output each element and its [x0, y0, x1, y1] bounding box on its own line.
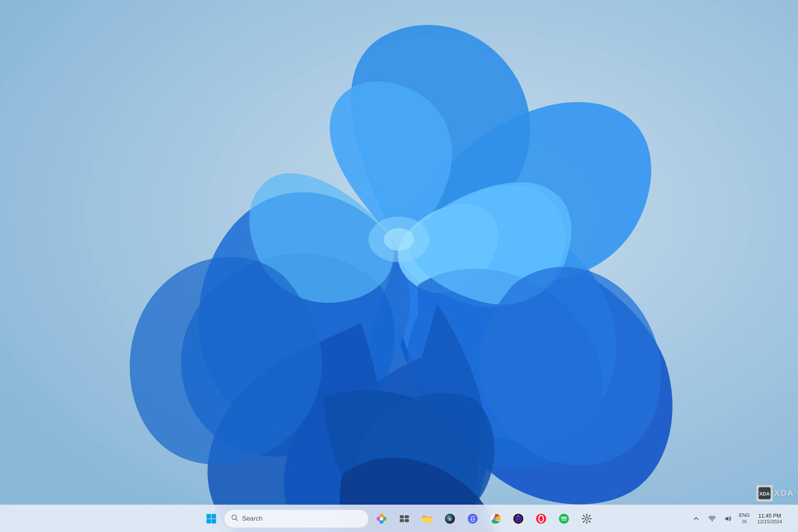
- language-button[interactable]: ENG IN: [737, 509, 752, 529]
- xda-brand-text: XDA: [774, 488, 794, 498]
- search-bar[interactable]: Search: [224, 510, 369, 528]
- xda-watermark: XDA XDA: [756, 485, 794, 502]
- search-icon: [231, 514, 238, 523]
- steam-button[interactable]: ♨: [440, 509, 460, 529]
- desktop: Search: [0, 0, 798, 532]
- spotify-icon: [558, 513, 570, 524]
- network-button[interactable]: [705, 509, 719, 529]
- svg-point-22: [471, 518, 472, 520]
- taskbar: Search: [0, 505, 798, 532]
- chrome-button[interactable]: [486, 509, 505, 529]
- volume-icon: [724, 515, 732, 522]
- svg-rect-17: [405, 519, 409, 522]
- taskbar-center: Search: [201, 509, 597, 529]
- file-explorer-icon: [421, 513, 433, 524]
- discord-button[interactable]: [463, 509, 483, 529]
- svg-point-13: [380, 517, 383, 520]
- exodus-button[interactable]: [508, 509, 528, 529]
- opera-button[interactable]: [531, 509, 551, 529]
- file-explorer-button[interactable]: [417, 509, 437, 529]
- settings-icon: [581, 513, 592, 524]
- svg-text:XDA: XDA: [759, 491, 770, 497]
- svg-point-2: [384, 228, 414, 251]
- svg-rect-14: [400, 515, 404, 518]
- show-desktop-button[interactable]: [787, 509, 793, 529]
- lang-line1: ENG: [739, 512, 750, 519]
- lang-line2: IN: [742, 519, 747, 525]
- chrome-icon: [490, 513, 501, 524]
- system-tray: ENG IN 11:45 PM 12/15/2024: [689, 505, 798, 532]
- svg-rect-4: [212, 514, 216, 518]
- svg-rect-5: [207, 519, 211, 523]
- volume-button[interactable]: [721, 509, 735, 529]
- clock-time: 11:45 PM: [758, 513, 781, 519]
- start-button[interactable]: [201, 509, 221, 529]
- discord-icon: [467, 513, 478, 524]
- xda-logo: XDA: [756, 485, 773, 502]
- settings-button[interactable]: [577, 509, 597, 529]
- search-text: Search: [242, 515, 263, 522]
- clock-date: 12/15/2024: [757, 519, 782, 524]
- copilot-icon: [376, 513, 387, 524]
- svg-point-27: [494, 518, 497, 520]
- chevron-up-icon: [694, 516, 699, 521]
- svg-point-34: [711, 520, 712, 521]
- svg-point-23: [473, 518, 475, 520]
- svg-rect-6: [212, 519, 216, 523]
- exodus-icon: [513, 513, 524, 524]
- network-icon: [708, 515, 716, 522]
- windows-logo-icon: [206, 513, 217, 524]
- wallpaper: [0, 0, 798, 532]
- steam-icon: ♨: [444, 513, 456, 524]
- opera-icon: [535, 513, 547, 524]
- clock-button[interactable]: 11:45 PM 12/15/2024: [754, 509, 786, 529]
- svg-line-8: [236, 519, 238, 521]
- svg-text:♨: ♨: [448, 517, 452, 521]
- task-view-icon: [399, 513, 410, 524]
- show-hidden-icons-button[interactable]: [689, 509, 703, 529]
- svg-rect-16: [400, 519, 404, 522]
- task-view-button[interactable]: [394, 509, 414, 529]
- xda-logo-icon: XDA: [758, 486, 771, 500]
- spotify-button[interactable]: [554, 509, 574, 529]
- svg-rect-15: [405, 515, 409, 518]
- svg-rect-3: [207, 514, 211, 518]
- copilot-button[interactable]: [372, 509, 391, 529]
